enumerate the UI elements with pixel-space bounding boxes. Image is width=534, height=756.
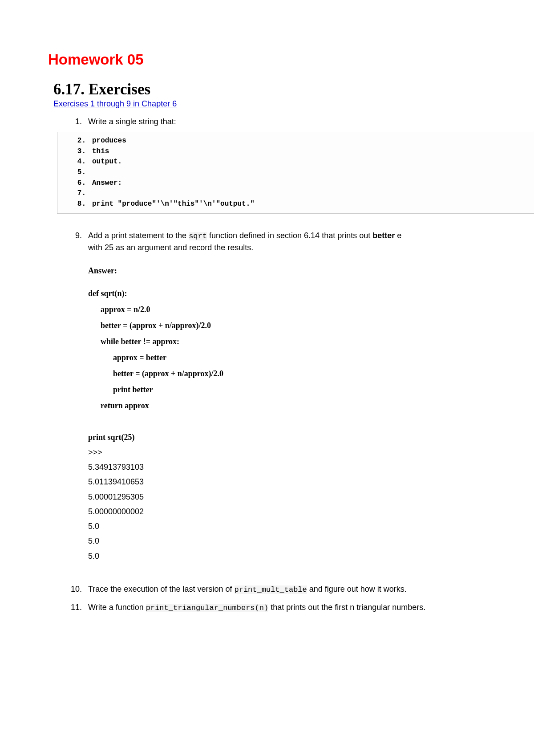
exercise-9-line2: with 25 as an argument and record the re… xyxy=(66,242,534,253)
text-segment: that prints out the first n triangular n… xyxy=(268,603,425,612)
answer-label: Answer: xyxy=(88,266,534,276)
answer-block: Answer: def sqrt(n):approx = n/2.0better… xyxy=(88,266,534,414)
code-line-text: output. xyxy=(86,157,122,167)
text-segment: and figure out how it works. xyxy=(307,585,407,593)
code-line-text: this xyxy=(86,146,109,157)
item-text: Add a print statement to the sqrt functi… xyxy=(82,230,401,242)
exercise-10: 10. Trace the execution of the last vers… xyxy=(66,581,534,597)
list-item: 11. Write a function print_triangular_nu… xyxy=(66,600,534,615)
text-segment: Add a print statement to the xyxy=(88,231,189,240)
answer-code: def sqrt(n):approx = n/2.0better = (appr… xyxy=(88,285,534,414)
output-lines: >>>5.349137931035.011394106535.000012953… xyxy=(88,445,534,564)
output-line: 5.01139410653 xyxy=(88,475,534,489)
code-line: 7. xyxy=(57,188,534,199)
code-line-text: print "produce"'\n'"this"'\n'"output." xyxy=(86,199,255,210)
code-line: 3.this xyxy=(57,146,534,157)
exercise-list: 1. Write a single string that: xyxy=(66,116,534,127)
text-segment: Write a function xyxy=(88,603,146,612)
item-number: 11. xyxy=(66,600,82,615)
code-serif-line: better = (approx + n/approx)/2.0 xyxy=(88,317,534,333)
item-text: Write a function print_triangular_number… xyxy=(82,600,425,615)
exercise-list-continued: 9. Add a print statement to the sqrt fun… xyxy=(66,230,534,254)
exercise-9: 9. Add a print statement to the sqrt fun… xyxy=(66,230,534,242)
output-call: print sqrt(25) xyxy=(88,430,534,445)
output-line: 5.0 xyxy=(88,534,534,549)
output-block: print sqrt(25) >>>5.349137931035.0113941… xyxy=(88,430,534,564)
code-inline: sqrt xyxy=(189,232,207,240)
exercise-list-end: 10. Trace the execution of the last vers… xyxy=(66,581,534,616)
code-inline: print_mult_table xyxy=(235,585,307,594)
code-block: 2.produces3.this4.output.5.6.Answer:7.8.… xyxy=(57,132,534,214)
text-segment: Trace the execution of the last version … xyxy=(88,585,235,593)
text-segment: function defined in section 6.14 that pr… xyxy=(207,231,372,240)
text-segment: e xyxy=(395,231,401,240)
code-line-text: Answer: xyxy=(86,178,122,189)
item-text: Trace the execution of the last version … xyxy=(82,581,407,597)
code-line-text: produces xyxy=(86,136,126,146)
code-line-number: 4. xyxy=(76,157,86,167)
item-number: 9. xyxy=(66,230,82,241)
output-line: 5.0 xyxy=(88,519,534,534)
code-line: 4.output. xyxy=(57,157,534,167)
section-heading: 6.17. Exercises xyxy=(53,81,534,98)
code-line: 8.print "produce"'\n'"this"'\n'"output." xyxy=(57,199,534,210)
chapter-link[interactable]: Exercises 1 through 9 in Chapter 6 xyxy=(53,99,177,109)
code-inline: print_triangular_numbers(n) xyxy=(146,604,268,612)
list-item: 1. Write a single string that: xyxy=(66,116,534,127)
code-line: 6.Answer: xyxy=(57,178,534,189)
code-serif-line: print better xyxy=(88,382,534,398)
code-line-number: 2. xyxy=(76,136,86,146)
code-line: 2.produces xyxy=(57,136,534,146)
code-line-number: 7. xyxy=(76,188,86,199)
code-line-number: 5. xyxy=(76,167,86,178)
code-serif-line: approx = better xyxy=(88,350,534,366)
code-line-number: 6. xyxy=(76,178,86,189)
item-text: Write a single string that: xyxy=(82,116,176,127)
item-text: with 25 as an argument and record the re… xyxy=(82,242,253,253)
code-serif-line: def sqrt(n): xyxy=(88,285,534,301)
code-serif-line: return approx xyxy=(88,398,534,414)
output-line: 5.00000000002 xyxy=(88,504,534,519)
bold-text: better xyxy=(372,231,395,240)
output-line: 5.34913793103 xyxy=(88,460,534,475)
code-line-number: 3. xyxy=(76,146,86,157)
code-serif-line: approx = n/2.0 xyxy=(88,301,534,317)
code-serif-line: while better != approx: xyxy=(88,333,534,350)
code-line: 5. xyxy=(57,167,534,178)
output-line: 5.0 xyxy=(88,549,534,564)
item-number: 1. xyxy=(66,116,82,127)
exercise-1: 1. Write a single string that: xyxy=(66,116,534,127)
exercise-11: 11. Write a function print_triangular_nu… xyxy=(66,600,534,615)
code-serif-line: better = (approx + n/approx)/2.0 xyxy=(88,366,534,382)
page-title: Homework 05 xyxy=(48,51,534,68)
output-line: 5.00001295305 xyxy=(88,490,534,504)
code-line-number: 8. xyxy=(76,199,86,210)
list-item: 10. Trace the execution of the last vers… xyxy=(66,581,534,597)
item-number: 10. xyxy=(66,581,82,597)
output-line: >>> xyxy=(88,445,534,460)
list-item: 9. Add a print statement to the sqrt fun… xyxy=(66,230,534,254)
